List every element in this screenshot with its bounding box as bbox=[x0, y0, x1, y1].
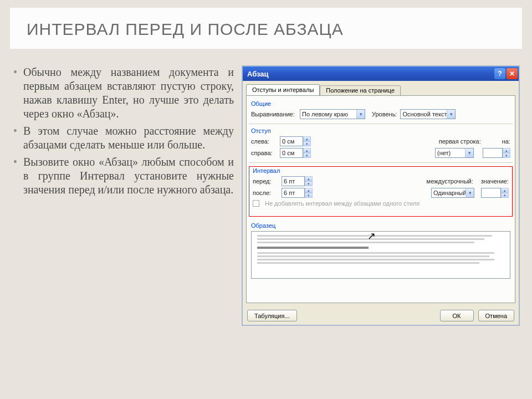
label-alignment: Выравнивание: bbox=[251, 111, 296, 117]
section-general: Общие bbox=[251, 100, 510, 107]
bullet-list: Обычно между названием документа и первы… bbox=[12, 65, 234, 326]
label-right: справа: bbox=[251, 150, 277, 156]
spacing-before-spinner[interactable]: 6 пт▴▾ bbox=[282, 176, 313, 186]
dialog-title: Абзац bbox=[247, 70, 493, 78]
nospace-checkbox[interactable] bbox=[253, 200, 259, 207]
label-value: значение: bbox=[481, 178, 509, 185]
label-level: Уровень: bbox=[372, 111, 397, 117]
tabs-button[interactable]: Табуляция... bbox=[247, 310, 297, 321]
tab-indents-spacing[interactable]: Отступы и интервалы bbox=[246, 84, 320, 95]
cancel-button[interactable]: Отмена bbox=[478, 310, 514, 321]
dialog-titlebar[interactable]: Абзац ? ✕ bbox=[243, 66, 519, 81]
label-by: на: bbox=[502, 138, 510, 145]
bullet-item: Вызовите окно «Абзац» любым способом и в… bbox=[12, 155, 234, 197]
indent-left-spinner[interactable]: 0 см▴▾ bbox=[280, 136, 311, 146]
help-button[interactable]: ? bbox=[494, 68, 505, 79]
firstline-by-spinner[interactable]: ▴▾ bbox=[483, 148, 510, 158]
bullet-item: В этом случае можно расстояние между абз… bbox=[12, 124, 234, 152]
alignment-select[interactable]: По левому краю bbox=[300, 109, 365, 119]
linespacing-value-spinner[interactable]: ▴▾ bbox=[481, 188, 509, 198]
preview-box bbox=[251, 231, 510, 279]
section-spacing: Интервал bbox=[253, 167, 509, 174]
firstline-select[interactable]: (нет) bbox=[435, 148, 474, 158]
label-before: перед: bbox=[253, 178, 278, 185]
label-after: после: bbox=[253, 190, 278, 196]
label-linespacing: междустрочный: bbox=[427, 178, 473, 185]
close-button[interactable]: ✕ bbox=[507, 68, 518, 79]
tab-page-position[interactable]: Положение на странице bbox=[320, 85, 401, 95]
section-preview: Образец bbox=[251, 222, 510, 229]
dialog-screenshot: Абзац ? ✕ Отступы и интервалы Положение … bbox=[242, 65, 520, 326]
linespacing-select[interactable]: Одинарный bbox=[431, 188, 474, 198]
spacing-after-spinner[interactable]: 6 пт▴▾ bbox=[282, 188, 313, 198]
label-left: слева: bbox=[251, 138, 277, 145]
bullet-item: Обычно между названием документа и первы… bbox=[12, 65, 234, 121]
slide-title: ИНТЕРВАЛ ПЕРЕД И ПОСЛЕ АБЗАЦА bbox=[10, 8, 522, 49]
spacing-highlight-box: Интервал перед: 6 пт▴▾ междустрочный: зн… bbox=[249, 166, 513, 217]
section-indent: Отступ bbox=[251, 127, 510, 134]
label-nospace: Не добавлять интервал между абзацами одн… bbox=[265, 200, 420, 207]
label-firstline: первая строка: bbox=[439, 138, 481, 145]
level-select[interactable]: Основной текст bbox=[400, 109, 456, 119]
ok-button[interactable]: ОК bbox=[440, 310, 474, 321]
indent-right-spinner[interactable]: 0 см▴▾ bbox=[280, 148, 311, 158]
